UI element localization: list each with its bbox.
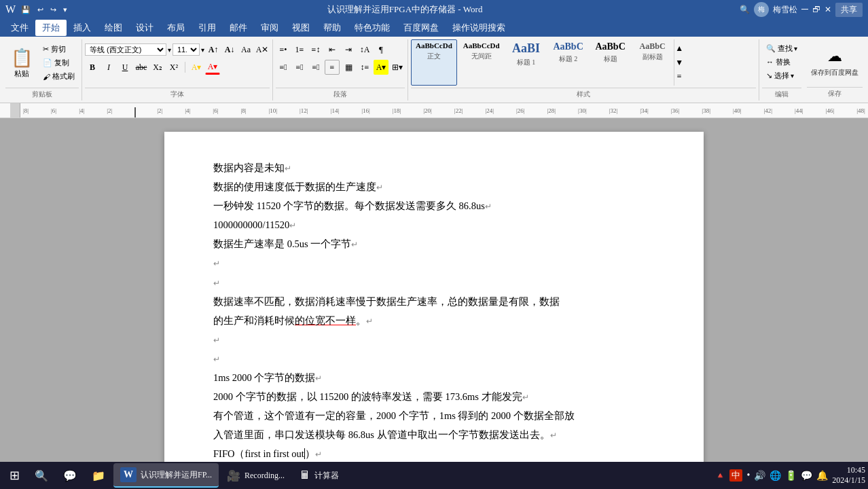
calculator-taskbar-item[interactable]: 🖩 计算器 (293, 463, 346, 488)
find-btn[interactable]: 🔍 查找 ▾ (762, 42, 801, 54)
style-subtitle[interactable]: AaBbC 副标题 (632, 39, 673, 86)
down-arrow-icon: ▼ (675, 58, 683, 68)
paste-btn[interactable]: 📋 粘贴 (5, 43, 38, 83)
restore-btn[interactable]: 🗗 (812, 5, 820, 15)
style-title[interactable]: AaBbC 标题 (590, 39, 631, 86)
style-heading1[interactable]: AaBI 标题 1 (506, 39, 547, 86)
menu-features[interactable]: 特色功能 (348, 20, 397, 36)
line-spacing-btn[interactable]: ↕≡ (357, 60, 372, 75)
clock-time: 10:45 (832, 465, 865, 475)
change-case-btn[interactable]: Aa (238, 42, 253, 57)
start-icon: ⊞ (10, 468, 20, 483)
line-9: 1ms 2000 个字节的数据↵ (213, 369, 655, 386)
text-highlight-btn[interactable]: A▾ (189, 60, 204, 75)
italic-btn[interactable]: I (101, 60, 116, 75)
select-dropdown[interactable]: ▾ (791, 72, 794, 79)
replace-btn[interactable]: ↔ 替换 (762, 56, 795, 68)
decrease-font-btn[interactable]: A↓ (222, 42, 237, 57)
menu-view[interactable]: 视图 (285, 20, 317, 36)
menu-draw[interactable]: 绘图 (98, 20, 129, 36)
paste-label: 粘贴 (14, 69, 29, 79)
justify-btn[interactable]: ≡ (325, 60, 340, 75)
search-button[interactable]: 🔍 (28, 463, 55, 488)
menu-home[interactable]: 开始 (35, 20, 67, 36)
taskview-button[interactable]: 💬 (56, 463, 84, 488)
search-icon[interactable]: 🔍 (740, 5, 750, 15)
tray-notification-icon[interactable]: 🔔 (816, 470, 828, 482)
menu-insert[interactable]: 插入 (67, 20, 98, 36)
menu-mailings[interactable]: 邮件 (223, 20, 254, 36)
close-btn[interactable]: ✕ (825, 5, 831, 15)
strikethrough-btn[interactable]: abc (134, 60, 149, 75)
format-painter-icon: 🖌 (43, 73, 50, 81)
tray-ime-icon[interactable]: 中 (729, 469, 742, 482)
recording-taskbar-item[interactable]: 🎥 Recording... (220, 463, 291, 488)
font-color-btn[interactable]: A▾ (205, 60, 220, 75)
show-formatting-btn[interactable]: ¶ (374, 42, 388, 57)
columns-btn[interactable]: ▦ (341, 60, 356, 75)
increase-font-btn[interactable]: A↑ (206, 42, 221, 57)
explorer-button[interactable]: 📁 (85, 463, 112, 488)
tray-dot-icon[interactable]: • (746, 470, 750, 481)
align-right-btn[interactable]: ≡⃠ (308, 60, 323, 75)
undo-btn[interactable]: ↩ (35, 4, 46, 16)
align-left-btn[interactable]: ≡⃞ (276, 60, 291, 75)
word-taskbar-item[interactable]: W 认识理解并运用FP... (113, 463, 219, 488)
save-quick-btn[interactable]: 💾 (18, 4, 33, 16)
menu-help[interactable]: 帮助 (317, 20, 348, 36)
menu-layout[interactable]: 布局 (160, 20, 192, 36)
font-name-dropdown[interactable]: ▾ (168, 46, 171, 54)
redo-btn[interactable]: ↪ (48, 4, 59, 16)
numbering-btn[interactable]: 1≡ (292, 42, 307, 57)
style-heading2[interactable]: AaBbC 标题 2 (548, 39, 589, 86)
style-normal[interactable]: AaBbCcDd 正文 (411, 39, 457, 86)
start-button[interactable]: ⊞ (3, 463, 26, 488)
copy-btn[interactable]: 📄 复制 (39, 57, 79, 69)
menu-references[interactable]: 引用 (192, 20, 223, 36)
avatar[interactable]: 梅 (754, 2, 769, 17)
customize-btn[interactable]: ▾ (60, 4, 70, 16)
menu-operation-search[interactable]: 操作说明搜索 (446, 20, 512, 36)
increase-indent-btn[interactable]: ⇥ (341, 42, 356, 57)
font-size-dropdown[interactable]: ▾ (201, 46, 204, 54)
font-size-select[interactable]: 11.5 (173, 43, 200, 56)
document-page[interactable]: 数据内容是未知↵ 数据的使用速度低于数据的生产速度↵ 一秒钟发 11520 个字… (164, 132, 704, 471)
menu-file[interactable]: 文件 (4, 20, 35, 36)
bold-btn[interactable]: B (85, 60, 100, 75)
bullets-btn[interactable]: ≡• (276, 42, 291, 57)
line-1: 数据内容是未知↵ (213, 159, 655, 177)
tray-battery-icon[interactable]: 🔋 (785, 470, 797, 482)
menu-review[interactable]: 审阅 (254, 20, 285, 36)
paragraph-label: 段落 (276, 88, 405, 101)
multilevel-list-btn[interactable]: ≡↕ (308, 42, 323, 57)
minimize-btn[interactable]: ─ (801, 4, 808, 15)
document-area[interactable]: 数据内容是未知↵ 数据的使用速度低于数据的生产速度↵ 一秒钟发 11520 个字… (0, 118, 868, 471)
system-clock[interactable]: 10:45 2024/1/15 (832, 465, 865, 486)
tray-security-icon[interactable]: 🔺 (715, 471, 725, 481)
shading-btn[interactable]: A▾ (374, 60, 388, 75)
tray-volume-icon[interactable]: 🔊 (754, 470, 765, 482)
subscript-btn[interactable]: X₂ (150, 60, 165, 75)
select-btn[interactable]: ↘ 选择 ▾ (762, 69, 798, 82)
underline-btn[interactable]: U (117, 60, 132, 75)
font-name-select[interactable]: 等线 (西文正文) (85, 43, 166, 56)
share-btn[interactable]: 共享 (835, 3, 863, 17)
line-3: 一秒钟发 11520 个字节的数据。每个数据发送需要多久 86.8us↵ (213, 197, 655, 215)
borders-btn[interactable]: ⊞▾ (390, 60, 405, 75)
superscript-btn[interactable]: X² (166, 60, 181, 75)
username: 梅雪松 (773, 4, 797, 16)
find-dropdown[interactable]: ▾ (794, 45, 797, 52)
format-painter-btn[interactable]: 🖌 格式刷 (39, 71, 79, 83)
baidu-cloud-icon: ☁ (827, 48, 842, 65)
align-center-btn[interactable]: ≡⃟ (292, 60, 307, 75)
tray-network-icon[interactable]: 🌐 (770, 470, 781, 482)
sort-btn[interactable]: ↕A (357, 42, 372, 57)
menu-design[interactable]: 设计 (129, 20, 160, 36)
style-no-spacing[interactable]: AaBbCcDd 无间距 (458, 39, 505, 86)
tray-chat-icon[interactable]: 💬 (801, 470, 812, 482)
menu-baidu[interactable]: 百度网盘 (397, 20, 446, 36)
styles-dropdown[interactable]: ▲ ▼ ≡ (674, 39, 685, 86)
cut-btn[interactable]: ✂ 剪切 (39, 43, 79, 56)
decrease-indent-btn[interactable]: ⇤ (325, 42, 340, 57)
clear-format-btn[interactable]: A✕ (255, 42, 270, 57)
